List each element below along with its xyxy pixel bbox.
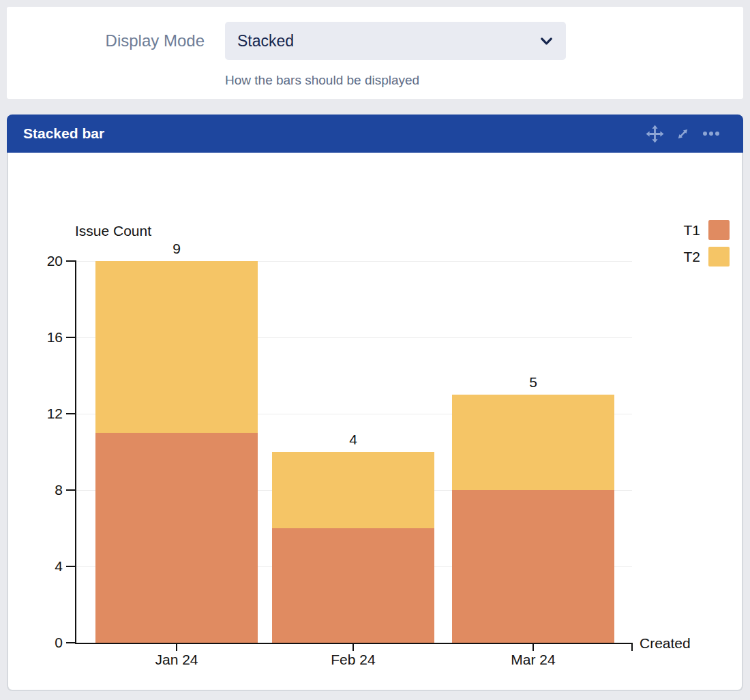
x-axis-line [75, 643, 633, 644]
legend-label: T1 [683, 222, 700, 239]
y-axis-title: Issue Count [75, 223, 151, 239]
y-tick-label: 4 [20, 557, 63, 576]
bar-segment-T2-Feb-24[interactable] [272, 452, 434, 528]
bar-value-label: 5 [452, 374, 614, 391]
legend-swatch [708, 247, 730, 267]
x-tick-Jan-24 [176, 644, 177, 651]
chart-legend: T1T2 [641, 220, 730, 273]
bar-segment-T2-Mar-24[interactable] [452, 395, 614, 490]
x-axis-end-tick [631, 643, 633, 651]
bar-value-label: 9 [95, 240, 258, 258]
x-tick-label: Feb 24 [312, 652, 394, 668]
x-tick-label: Mar 24 [492, 652, 574, 668]
legend-item-T2[interactable]: T2 [641, 247, 730, 267]
bar-segment-T1-Feb-24[interactable] [272, 528, 434, 643]
x-axis-title: Created [640, 635, 691, 652]
legend-label: T2 [683, 249, 700, 265]
bar-segment-T1-Mar-24[interactable] [452, 490, 614, 643]
legend-item-T1[interactable]: T1 [641, 220, 730, 240]
stacked-bar-chart: Issue Count Created T1T2 119Jan 2464Feb … [0, 0, 750, 700]
y-tick-label: 12 [20, 404, 63, 423]
dashboard-page: { "config_card": { "display_mode_label":… [0, 0, 750, 700]
x-tick-label: Jan 24 [136, 652, 217, 668]
bar-segment-T1-Jan-24[interactable] [95, 433, 258, 643]
x-tick-Feb-24 [352, 644, 354, 651]
y-tick-label: 20 [20, 252, 63, 271]
bar-segment-T2-Jan-24[interactable] [95, 261, 258, 433]
x-tick-Mar-24 [532, 644, 534, 651]
y-axis-line [75, 261, 76, 644]
y-tick-label: 8 [20, 481, 63, 500]
y-tick-label: 16 [20, 328, 63, 347]
legend-swatch [708, 220, 730, 240]
y-tick-label: 0 [20, 633, 63, 652]
bar-value-label: 4 [272, 431, 434, 448]
